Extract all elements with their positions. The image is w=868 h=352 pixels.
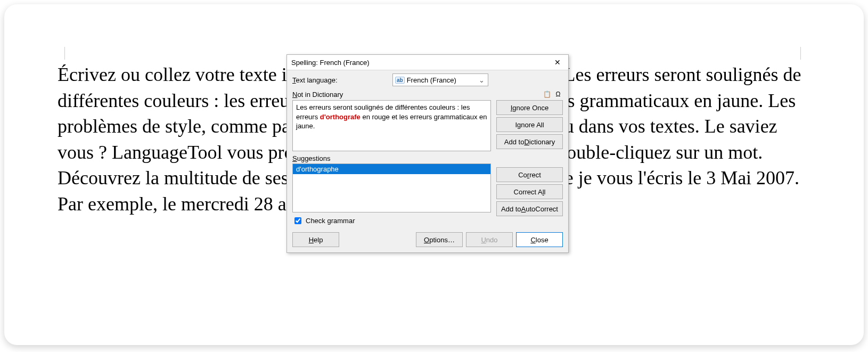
- special-char-icon[interactable]: Ω: [553, 89, 563, 99]
- dialog-titlebar[interactable]: Spelling: French (France) ✕: [287, 55, 568, 70]
- ignore-once-button[interactable]: Ignore Once: [496, 100, 563, 115]
- dialog-title: Spelling: French (France): [291, 59, 370, 67]
- context-error-word: d'orthografe: [320, 113, 361, 121]
- page-margin-marker: [800, 47, 810, 60]
- text-language-label: Text language:: [292, 76, 388, 84]
- close-button[interactable]: Close: [516, 232, 563, 247]
- not-in-dictionary-textbox[interactable]: Les erreurs seront soulignés de différen…: [292, 100, 491, 151]
- spelling-dialog: Spelling: French (France) ✕ Text languag…: [286, 54, 569, 253]
- close-icon[interactable]: ✕: [551, 57, 564, 68]
- language-select[interactable]: ab French (France) ⌄: [392, 73, 488, 86]
- undo-button[interactable]: Undo: [466, 232, 513, 247]
- chevron-down-icon: ⌄: [477, 76, 486, 84]
- options-button[interactable]: Options…: [416, 232, 463, 247]
- suggestions-label: Suggestions: [292, 154, 491, 162]
- correct-button[interactable]: Correct: [496, 167, 563, 182]
- help-button[interactable]: Help: [292, 232, 339, 247]
- add-to-dictionary-button[interactable]: Add to Dictionary: [496, 134, 563, 149]
- check-grammar-checkbox[interactable]: [294, 217, 301, 224]
- check-grammar-label: Check grammar: [306, 217, 355, 225]
- suggestion-item[interactable]: d'orthographe: [293, 164, 490, 174]
- language-value: French (France): [407, 76, 456, 84]
- suggestions-list[interactable]: d'orthographe: [292, 163, 491, 212]
- not-in-dictionary-label: Not in Dictionary: [292, 91, 343, 99]
- correct-all-button[interactable]: Correct All: [496, 184, 563, 199]
- page-margin-marker: [55, 47, 65, 60]
- document-card: Écrivez ou collez votre texte ici pour l…: [4, 4, 864, 345]
- ignore-all-button[interactable]: Ignore All: [496, 117, 563, 132]
- add-to-autocorrect-button[interactable]: Add to AutoCorrect: [496, 201, 563, 216]
- spellcheck-lang-icon: ab: [395, 77, 405, 84]
- paste-icon[interactable]: 📋: [542, 89, 552, 99]
